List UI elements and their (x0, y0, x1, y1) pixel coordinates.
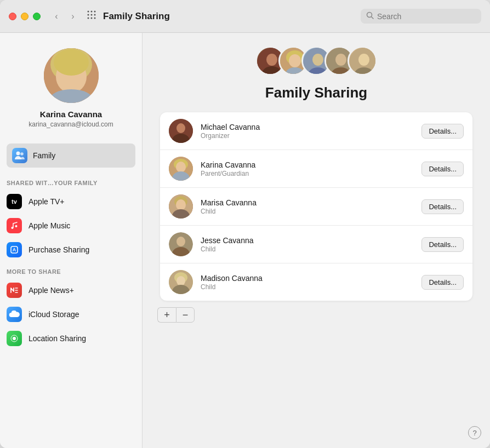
sidebar-item-applemusic[interactable]: Apple Music (0, 214, 142, 238)
member-role: Child (201, 283, 414, 291)
svg-point-5 (94, 14, 96, 16)
member-info-michael: Michael Cavanna Organizer (201, 123, 414, 140)
member-name: Madison Cavanna (201, 274, 414, 283)
back-button[interactable]: ‹ (49, 9, 64, 24)
svg-point-53 (176, 237, 185, 246)
member-avatar-jesse (169, 232, 193, 256)
svg-point-50 (176, 199, 186, 210)
svg-point-20 (15, 225, 18, 227)
sidebar-nav: Family (0, 139, 142, 173)
titlebar: ‹ › Family Sharing (0, 0, 490, 33)
svg-point-2 (94, 11, 96, 13)
sidebar-item-applenews[interactable]: Apple News+ (0, 278, 142, 302)
sidebar-item-purchasesharing[interactable]: A Purchase Sharing (0, 238, 142, 262)
svg-point-26 (266, 54, 277, 66)
members-list: Michael Cavanna Organizer Details... (160, 112, 472, 301)
forward-button[interactable]: › (66, 9, 80, 24)
sidebar-item-family-label: Family (33, 151, 55, 160)
remove-member-button[interactable]: − (176, 307, 195, 323)
icloud-icon (7, 307, 22, 322)
member-role: Organizer (201, 132, 414, 140)
grid-icon[interactable] (87, 10, 96, 22)
svg-point-18 (20, 152, 24, 156)
details-button-jesse[interactable]: Details... (421, 237, 464, 252)
details-button-karina[interactable]: Details... (421, 162, 464, 176)
member-avatars-row (255, 46, 377, 76)
svg-point-30 (289, 54, 301, 67)
sidebar-item-appletv[interactable]: tv Apple TV+ (0, 189, 142, 214)
member-name: Karina Cavanna (201, 160, 414, 169)
table-row: Michael Cavanna Organizer Details... (160, 112, 472, 150)
details-button-michael[interactable]: Details... (421, 124, 464, 139)
svg-point-4 (91, 14, 93, 16)
member-role: Child (201, 208, 414, 215)
member-info-marisa: Marisa Cavanna Child (201, 198, 414, 215)
applenews-label: Apple News+ (29, 286, 74, 295)
detail-title: Family Sharing (265, 84, 367, 101)
member-role: Child (201, 245, 414, 253)
member-avatar-madison (169, 270, 193, 294)
family-icon (12, 148, 27, 163)
profile-name: Karina Cavanna (40, 110, 102, 119)
close-button[interactable] (9, 13, 16, 20)
table-row: Jesse Cavanna Child Details... (160, 226, 472, 263)
svg-point-8 (94, 18, 96, 19)
window-title: Family Sharing (103, 11, 361, 22)
help-button[interactable]: ? (468, 426, 481, 439)
member-info-karina: Karina Cavanna Parent/Guardian (201, 160, 414, 177)
member-info-madison: Madison Cavanna Child (201, 274, 414, 291)
member-avatar-5 (347, 46, 377, 76)
details-button-madison[interactable]: Details... (421, 275, 464, 290)
member-name: Michael Cavanna (201, 123, 414, 131)
list-actions: + − (157, 307, 195, 323)
detail-panel: Family Sharing Michael Cavanna Organize (143, 33, 490, 448)
sidebar-item-family[interactable]: Family (7, 143, 135, 168)
nav-arrows: ‹ › (49, 9, 80, 24)
svg-point-33 (312, 54, 323, 66)
member-avatar-michael (169, 119, 193, 143)
applemusic-icon (7, 218, 22, 233)
sidebar-item-icloud[interactable]: iCloud Storage (0, 302, 142, 326)
svg-text:A: A (13, 247, 16, 252)
purchasesharing-icon: A (7, 242, 22, 257)
traffic-lights (9, 13, 41, 20)
sidebar-item-location[interactable]: Location Sharing (0, 326, 142, 351)
app-window: ‹ › Family Sharing (0, 0, 490, 448)
svg-point-36 (335, 54, 346, 66)
profile-email: karina_cavanna@icloud.com (29, 120, 113, 128)
svg-point-16 (54, 49, 89, 76)
table-row: Karina Cavanna Parent/Guardian Details..… (160, 150, 472, 188)
svg-point-6 (88, 18, 89, 19)
location-label: Location Sharing (29, 334, 86, 343)
svg-point-3 (88, 14, 89, 16)
svg-line-10 (372, 17, 374, 19)
member-role: Parent/Guardian (201, 170, 414, 177)
svg-point-7 (91, 18, 93, 19)
purchasesharing-label: Purchase Sharing (29, 245, 89, 254)
svg-point-39 (358, 54, 369, 66)
member-name: Jesse Cavanna (201, 236, 414, 245)
member-avatar-karina (169, 157, 193, 181)
member-avatar-marisa (169, 194, 193, 219)
sidebar-profile: Karina Cavanna karina_cavanna@icloud.com (0, 33, 142, 139)
svg-point-0 (88, 11, 89, 13)
table-row: Madison Cavanna Child Details... (160, 263, 472, 301)
minimize-button[interactable] (21, 13, 29, 20)
search-input[interactable] (377, 12, 476, 21)
sidebar: Karina Cavanna karina_cavanna@icloud.com… (0, 33, 143, 448)
svg-point-46 (176, 162, 186, 173)
applemusic-label: Apple Music (29, 221, 70, 230)
appletv-icon: tv (7, 194, 22, 209)
location-icon (7, 331, 22, 346)
avatar (44, 48, 99, 103)
svg-point-17 (16, 152, 20, 156)
svg-point-19 (12, 227, 14, 229)
main-content: Karina Cavanna karina_cavanna@icloud.com… (0, 33, 490, 448)
member-name: Marisa Cavanna (201, 198, 414, 207)
maximize-button[interactable] (33, 13, 41, 20)
search-bar[interactable] (361, 9, 481, 24)
add-member-button[interactable]: + (157, 307, 176, 323)
svg-point-23 (13, 337, 16, 340)
details-button-marisa[interactable]: Details... (421, 199, 464, 214)
icloud-label: iCloud Storage (29, 310, 79, 319)
